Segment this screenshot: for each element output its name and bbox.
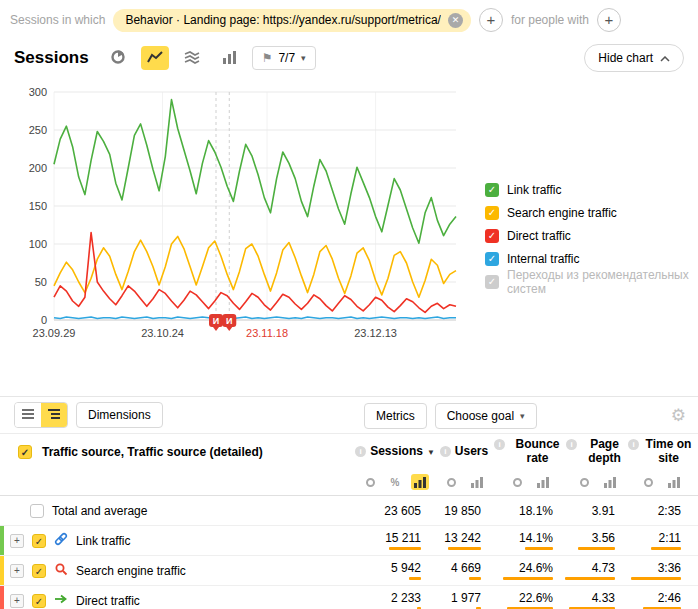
- legend-checkbox[interactable]: ✓: [485, 183, 499, 197]
- row-color-strip: [0, 526, 4, 555]
- bars-view-icon[interactable]: [665, 474, 683, 490]
- info-icon: i: [440, 446, 451, 457]
- dimensions-button[interactable]: Dimensions: [76, 402, 163, 428]
- legend-checkbox[interactable]: ✓: [485, 252, 499, 266]
- hide-chart-button[interactable]: Hide chart: [584, 44, 684, 72]
- chart-type-line-button[interactable]: [141, 46, 169, 70]
- filter-prefix-label: Sessions in which: [10, 13, 105, 27]
- dimensions-label: Dimensions: [88, 408, 151, 422]
- row-checkbox[interactable]: ✓: [30, 504, 44, 518]
- metric-cell: 4.33: [566, 591, 628, 609]
- expand-row-button[interactable]: +: [10, 594, 24, 608]
- metric-cell: 2:35: [628, 504, 694, 518]
- row-label[interactable]: Link traffic: [76, 534, 130, 548]
- metric-bar: [409, 577, 422, 580]
- chevron-down-icon: ▾: [301, 53, 306, 63]
- metric-cell: 13 242: [434, 531, 494, 550]
- row-checkbox[interactable]: ✓: [32, 594, 46, 608]
- pie-view-icon[interactable]: [443, 474, 461, 490]
- row-color-strip: [0, 556, 4, 585]
- metric-bar: [448, 547, 482, 550]
- filter-chip[interactable]: Behavior · Landing page: https://yandex.…: [113, 9, 471, 32]
- legend-item-direct-traffic[interactable]: ✓ Direct traffic: [485, 224, 698, 247]
- legend-item-search-engine-traffic[interactable]: ✓ Search engine traffic: [485, 201, 698, 224]
- yandex-metrica-report: Sessions in which Behavior · Landing pag…: [0, 0, 698, 609]
- series-visibility-dropdown[interactable]: ⚑ 7/7 ▾: [252, 46, 316, 70]
- hide-chart-label: Hide chart: [598, 51, 653, 65]
- legend-label: Link traffic: [507, 183, 561, 197]
- select-all-checkbox[interactable]: ✓: [18, 445, 32, 459]
- expand-row-button[interactable]: +: [10, 564, 24, 578]
- legend-label: Search engine traffic: [507, 206, 617, 220]
- table-toolbar: Dimensions Metrics Choose goal ▾ ⚙: [0, 397, 698, 433]
- bars-view-icon[interactable]: [534, 474, 552, 490]
- svg-text:0: 0: [41, 314, 47, 326]
- column-label: Page depth: [581, 438, 628, 466]
- row-label[interactable]: Search engine traffic: [76, 564, 186, 578]
- svg-text:23.10.24: 23.10.24: [141, 327, 184, 339]
- column-header-time-on-site[interactable]: i Time on site: [628, 438, 694, 466]
- gear-icon[interactable]: ⚙: [671, 405, 686, 426]
- dimension-title: Traffic source, Traffic source (detailed…: [42, 445, 263, 459]
- metric-cell: 4.73: [566, 561, 628, 580]
- dimension-header-cell: ✓ Traffic source, Traffic source (detail…: [0, 445, 356, 459]
- view-toggle-group: [14, 402, 68, 428]
- chart-area: 05010015020025030023.09.2923.10.2423.11.…: [0, 74, 698, 396]
- pie-view-icon[interactable]: [640, 474, 658, 490]
- column-label: Time on site: [643, 438, 694, 466]
- chart-type-columns-button[interactable]: [215, 46, 243, 70]
- column-header-bounce-rate[interactable]: i Bounce rate: [494, 438, 566, 466]
- metric-cell: 5 942: [356, 561, 434, 580]
- column-header-users[interactable]: i Users: [434, 445, 494, 459]
- tree-list-view-button[interactable]: [41, 403, 67, 427]
- choose-goal-dropdown[interactable]: Choose goal ▾: [435, 403, 537, 429]
- row-name-cell: + ✓ Direct traffic: [0, 586, 356, 609]
- row-checkbox[interactable]: ✓: [32, 534, 46, 548]
- flat-list-view-button[interactable]: [15, 403, 41, 427]
- depth-display-toggles: [566, 474, 628, 490]
- row-label: Total and average: [52, 504, 147, 518]
- metric-cell: 2:46: [628, 591, 694, 609]
- percent-view-icon[interactable]: %: [386, 474, 404, 490]
- row-label[interactable]: Direct traffic: [76, 594, 140, 608]
- chart-type-pie-button[interactable]: [104, 46, 132, 70]
- pie-view-icon[interactable]: [361, 474, 379, 490]
- column-header-page-depth[interactable]: i Page depth: [566, 438, 628, 466]
- metric-cell: 3.91: [566, 504, 628, 518]
- svg-text:200: 200: [29, 162, 47, 174]
- chart-legend: ✓ Link traffic ✓ Search engine traffic ✓…: [485, 178, 698, 293]
- row-checkbox[interactable]: ✓: [32, 564, 46, 578]
- pie-view-icon[interactable]: [576, 474, 594, 490]
- svg-text:250: 250: [29, 124, 47, 136]
- info-icon: i: [566, 439, 577, 450]
- legend-checkbox[interactable]: ✓: [485, 206, 499, 220]
- bars-view-icon[interactable]: [411, 474, 429, 490]
- column-header-sessions[interactable]: i Sessions ▼: [356, 445, 434, 459]
- tree-list-icon: [47, 408, 61, 423]
- legend-checkbox[interactable]: ✓: [485, 229, 499, 243]
- chart-type-stacked-button[interactable]: [178, 46, 206, 70]
- bars-view-icon[interactable]: [601, 474, 619, 490]
- table-row-link-traffic: + ✓ Link traffic 15 211 13 242 14.1% 3.5…: [0, 526, 698, 556]
- metrics-button[interactable]: Metrics: [364, 403, 427, 429]
- bars-view-icon[interactable]: [468, 474, 486, 490]
- info-icon: i: [628, 439, 639, 450]
- add-people-condition-button[interactable]: +: [597, 8, 621, 32]
- chevron-up-icon: [660, 51, 670, 65]
- svg-text:50: 50: [35, 276, 47, 288]
- legend-item-link-traffic[interactable]: ✓ Link traffic: [485, 178, 698, 201]
- add-session-condition-button[interactable]: +: [479, 8, 503, 32]
- remove-filter-icon[interactable]: ✕: [448, 13, 463, 28]
- legend-item-recommendation-systems[interactable]: ✓ Переходы из рекомендательных систем: [485, 270, 698, 293]
- legend-checkbox[interactable]: ✓: [485, 275, 499, 289]
- sessions-display-toggles: %: [356, 474, 434, 490]
- table-row-total: ✓ Total and average 23 605 19 850 18.1% …: [0, 496, 698, 526]
- pie-view-icon[interactable]: [509, 474, 527, 490]
- sessions-line-chart[interactable]: 05010015020025030023.09.2923.10.2423.11.…: [12, 80, 470, 360]
- segment-filter-bar: Sessions in which Behavior · Landing pag…: [0, 0, 698, 36]
- expand-row-button[interactable]: +: [10, 534, 24, 548]
- report-table-section: Dimensions Metrics Choose goal ▾ ⚙ ✓ Tra…: [0, 396, 698, 609]
- row-name-cell: + ✓ Search engine traffic: [0, 556, 356, 585]
- metric-cell: 4 669: [434, 561, 494, 580]
- flag-icon: ⚑: [262, 51, 273, 65]
